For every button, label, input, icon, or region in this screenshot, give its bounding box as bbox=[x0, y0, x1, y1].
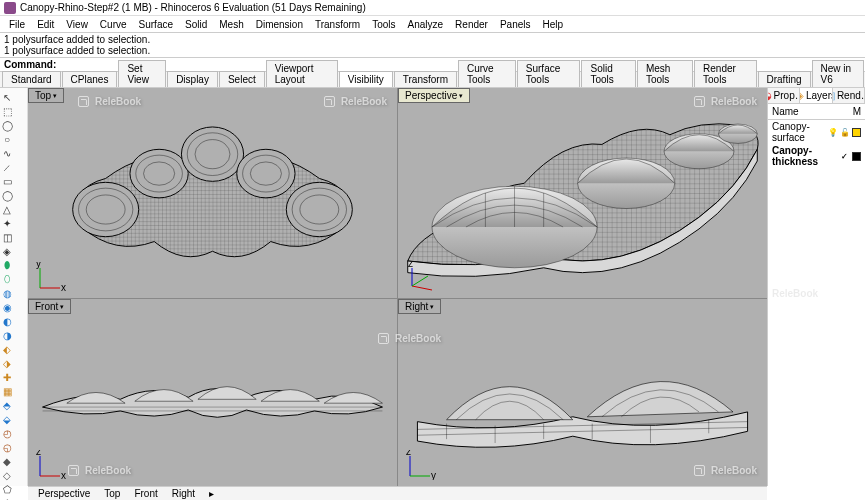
svg-text:y: y bbox=[36, 262, 41, 269]
layer-color-swatch[interactable] bbox=[852, 152, 861, 161]
tool-button[interactable]: ◇ bbox=[1, 469, 14, 482]
tool-button[interactable]: ▦ bbox=[1, 385, 14, 398]
svg-point-1 bbox=[130, 149, 188, 198]
tool-button[interactable]: ◍ bbox=[1, 287, 14, 300]
tool-button[interactable]: ▭ bbox=[1, 175, 14, 188]
chevron-down-icon[interactable]: ▾ bbox=[430, 303, 434, 311]
tool-button[interactable]: ⬖ bbox=[1, 343, 14, 356]
toolbar-tab-mesh-tools[interactable]: Mesh Tools bbox=[637, 60, 693, 87]
panel-tab-rend[interactable]: ▣Rend… bbox=[833, 88, 865, 103]
tool-button[interactable]: ⟋ bbox=[1, 161, 14, 174]
tool-button[interactable]: ◴ bbox=[1, 427, 14, 440]
svg-point-4 bbox=[286, 182, 352, 236]
viewport-perspective-label[interactable]: Perspective▾ bbox=[398, 88, 470, 103]
menu-render[interactable]: Render bbox=[450, 18, 493, 31]
chevron-down-icon[interactable]: ▾ bbox=[459, 92, 463, 100]
tool-button[interactable]: ∿ bbox=[1, 147, 14, 160]
tool-button[interactable]: ⬙ bbox=[1, 413, 14, 426]
tool-button[interactable]: ◐ bbox=[1, 315, 14, 328]
viewport-tab-more[interactable]: ▸ bbox=[203, 487, 220, 500]
tool-button[interactable]: ⬡ bbox=[1, 497, 14, 501]
viewport-front-label[interactable]: Front▾ bbox=[28, 299, 71, 314]
viewport-right[interactable]: Right▾ zy bbox=[398, 299, 767, 486]
viewport-perspective[interactable]: Perspective▾ bbox=[398, 88, 767, 298]
layer-visible-icon[interactable]: ✓ bbox=[841, 152, 848, 161]
menu-mesh[interactable]: Mesh bbox=[214, 18, 248, 31]
menu-curve[interactable]: Curve bbox=[95, 18, 132, 31]
tool-button[interactable]: ✦ bbox=[1, 217, 14, 230]
layer-visible-icon[interactable]: 💡 bbox=[828, 128, 838, 137]
viewport-tab-front[interactable]: Front bbox=[128, 487, 163, 500]
tool-button[interactable]: ⬠ bbox=[1, 483, 14, 496]
menu-dimension[interactable]: Dimension bbox=[251, 18, 308, 31]
layer-row[interactable]: Canopy-surface💡🔓 bbox=[768, 120, 865, 144]
panel-tab-layers[interactable]: ◈Layers bbox=[800, 88, 832, 103]
viewport-tab-top[interactable]: Top bbox=[98, 487, 126, 500]
toolbar-tab-viewport-layout[interactable]: Viewport Layout bbox=[266, 60, 338, 87]
tool-button[interactable]: ⬯ bbox=[1, 273, 14, 286]
col-meta[interactable]: M bbox=[841, 104, 865, 119]
tool-button[interactable]: ⬚ bbox=[1, 105, 14, 118]
menu-view[interactable]: View bbox=[61, 18, 93, 31]
tool-button[interactable]: ✚ bbox=[1, 371, 14, 384]
tool-button[interactable]: ◵ bbox=[1, 441, 14, 454]
layer-color-swatch[interactable] bbox=[852, 128, 861, 137]
tool-button[interactable]: ◉ bbox=[1, 301, 14, 314]
toolbar-tab-select[interactable]: Select bbox=[219, 71, 265, 87]
tool-button[interactable]: ⬘ bbox=[1, 399, 14, 412]
axis-gizmo: yx bbox=[36, 262, 66, 292]
viewport-tab-right[interactable]: Right bbox=[166, 487, 201, 500]
svg-line-28 bbox=[412, 276, 428, 286]
menu-tools[interactable]: Tools bbox=[367, 18, 400, 31]
viewport-front[interactable]: Front▾ zx ReleBook bbox=[28, 299, 397, 486]
tool-button[interactable]: ◈ bbox=[1, 245, 14, 258]
toolbar-tab-set-view[interactable]: Set View bbox=[118, 60, 166, 87]
toolbar-tab-visibility[interactable]: Visibility bbox=[339, 71, 393, 87]
tool-button[interactable]: ◯ bbox=[1, 119, 14, 132]
chevron-down-icon[interactable]: ▾ bbox=[60, 303, 64, 311]
tool-button[interactable]: ◑ bbox=[1, 329, 14, 342]
toolbar-tab-drafting[interactable]: Drafting bbox=[758, 71, 811, 87]
menu-surface[interactable]: Surface bbox=[134, 18, 178, 31]
viewport-top[interactable]: Top▾ bbox=[28, 88, 397, 298]
menu-file[interactable]: File bbox=[4, 18, 30, 31]
toolbar-tab-cplanes[interactable]: CPlanes bbox=[62, 71, 118, 87]
tool-button[interactable]: ○ bbox=[1, 133, 14, 146]
toolbar-tab-curve-tools[interactable]: Curve Tools bbox=[458, 60, 516, 87]
tool-button[interactable]: ◯ bbox=[1, 189, 14, 202]
panel-tab-prop[interactable]: ◒Prop… bbox=[768, 88, 800, 103]
menu-analyze[interactable]: Analyze bbox=[403, 18, 449, 31]
layer-row[interactable]: Canopy-thickness✓ bbox=[768, 144, 865, 168]
svg-text:y: y bbox=[431, 470, 436, 480]
layer-name: Canopy-thickness bbox=[772, 145, 839, 167]
app-icon bbox=[4, 2, 16, 14]
viewport-right-label[interactable]: Right▾ bbox=[398, 299, 441, 314]
menu-transform[interactable]: Transform bbox=[310, 18, 365, 31]
tool-button[interactable]: ⬮ bbox=[1, 259, 14, 272]
viewport-top-label[interactable]: Top▾ bbox=[28, 88, 64, 103]
axis-gizmo: zy bbox=[406, 450, 436, 480]
toolbar-tab-display[interactable]: Display bbox=[167, 71, 218, 87]
tool-button[interactable]: ◆ bbox=[1, 455, 14, 468]
toolbar-tab-surface-tools[interactable]: Surface Tools bbox=[517, 60, 581, 87]
menu-solid[interactable]: Solid bbox=[180, 18, 212, 31]
layer-lock-icon[interactable]: 🔓 bbox=[840, 128, 850, 137]
toolbar-tab-new-in-v6[interactable]: New in V6 bbox=[812, 60, 864, 87]
toolbar-tab-render-tools[interactable]: Render Tools bbox=[694, 60, 756, 87]
tool-button[interactable]: ⬗ bbox=[1, 357, 14, 370]
window-title: Canopy-Rhino-Step#2 (1 MB) - Rhinoceros … bbox=[20, 2, 366, 13]
menu-panels[interactable]: Panels bbox=[495, 18, 536, 31]
layer-name: Canopy-surface bbox=[772, 121, 826, 143]
command-label: Command: bbox=[4, 59, 56, 70]
toolbar-tab-transform[interactable]: Transform bbox=[394, 71, 457, 87]
chevron-down-icon[interactable]: ▾ bbox=[53, 92, 57, 100]
tool-button[interactable]: △ bbox=[1, 203, 14, 216]
menu-help[interactable]: Help bbox=[538, 18, 569, 31]
viewport-tab-perspective[interactable]: Perspective bbox=[32, 487, 96, 500]
tool-button[interactable]: ↖ bbox=[1, 91, 14, 104]
toolbar-tab-standard[interactable]: Standard bbox=[2, 71, 61, 87]
menu-edit[interactable]: Edit bbox=[32, 18, 59, 31]
col-name[interactable]: Name bbox=[768, 104, 841, 119]
toolbar-tab-solid-tools[interactable]: Solid Tools bbox=[581, 60, 635, 87]
tool-button[interactable]: ◫ bbox=[1, 231, 14, 244]
